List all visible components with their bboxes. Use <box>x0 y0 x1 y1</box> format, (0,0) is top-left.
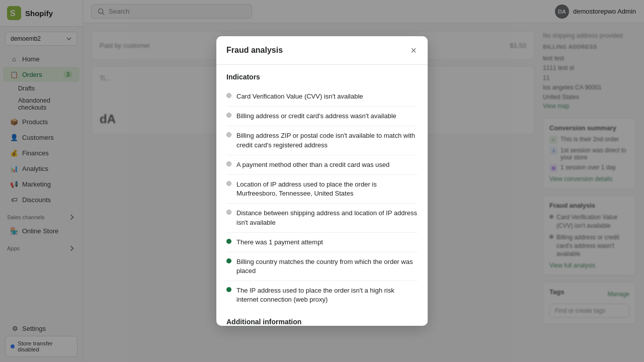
additional-info-section: Additional information This order was pl… <box>226 318 418 326</box>
indicator-text-7: Billing country matches the country from… <box>236 257 418 276</box>
modal-overlay: Fraud analysis × Indicators Card Verific… <box>0 0 644 362</box>
indicator-dot-1 <box>226 113 231 118</box>
indicator-text-6: There was 1 payment attempt <box>236 238 323 247</box>
indicators-title: Indicators <box>226 73 418 81</box>
modal-header: Fraud analysis × <box>216 36 428 65</box>
indicator-item-6: There was 1 payment attempt <box>226 233 418 252</box>
indicator-text-3: A payment method other than a credit car… <box>236 160 389 169</box>
indicator-text-8: The IP address used to place the order i… <box>236 286 418 304</box>
modal-title: Fraud analysis <box>226 46 283 55</box>
additional-info-title: Additional information <box>226 318 418 326</box>
indicator-item-1: Billing address or credit card's address… <box>226 107 418 126</box>
indicator-dot-2 <box>226 132 231 137</box>
indicator-item-4: Location of IP address used to place the… <box>226 175 418 204</box>
indicator-text-0: Card Verification Value (CVV) isn't avai… <box>236 92 363 101</box>
indicator-text-1: Billing address or credit card's address… <box>236 112 396 121</box>
indicators-list: Card Verification Value (CVV) isn't avai… <box>226 87 418 310</box>
modal-body: Indicators Card Verification Value (CVV)… <box>216 65 428 326</box>
indicator-dot-7 <box>226 258 231 263</box>
indicator-dot-4 <box>226 181 231 186</box>
indicator-text-5: Distance between shipping address and lo… <box>236 209 418 227</box>
indicator-item-8: The IP address used to place the order i… <box>226 281 418 309</box>
indicator-dot-3 <box>226 161 231 166</box>
indicator-dot-5 <box>226 210 231 215</box>
indicator-dot-0 <box>226 93 231 98</box>
indicator-item-3: A payment method other than a credit car… <box>226 155 418 175</box>
indicator-text-2: Billing address ZIP or postal code isn't… <box>236 131 418 149</box>
indicator-item-2: Billing address ZIP or postal code isn't… <box>226 126 418 155</box>
indicator-item-5: Distance between shipping address and lo… <box>226 204 418 232</box>
modal-close-button[interactable]: × <box>410 44 418 56</box>
indicator-item-7: Billing country matches the country from… <box>226 252 418 281</box>
indicator-item-0: Card Verification Value (CVV) isn't avai… <box>226 87 418 107</box>
indicator-dot-6 <box>226 239 231 244</box>
indicator-text-4: Location of IP address used to place the… <box>236 180 418 198</box>
fraud-analysis-modal: Fraud analysis × Indicators Card Verific… <box>216 36 428 326</box>
indicator-dot-8 <box>226 287 231 292</box>
